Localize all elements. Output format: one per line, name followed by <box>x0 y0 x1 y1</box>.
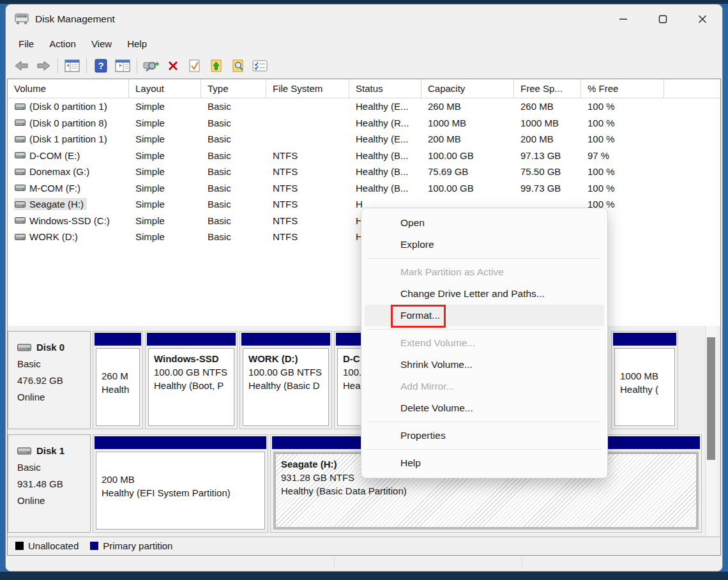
window-left-pane-icon <box>64 59 80 72</box>
maximize-button[interactable] <box>643 4 683 34</box>
partition-color-bar <box>95 436 266 449</box>
context-menu-delete-volume[interactable]: Delete Volume... <box>365 397 604 419</box>
volume-layout: Simple <box>129 215 201 226</box>
vertical-scrollbar[interactable] <box>705 326 717 537</box>
column-header-status[interactable]: Status <box>349 79 421 98</box>
toolbar-find-button[interactable] <box>227 56 249 75</box>
column-header-volume[interactable]: Volume <box>8 79 129 98</box>
context-menu-extend-volume: Extend Volume... <box>365 332 604 354</box>
legend-label: Primary partition <box>103 540 172 551</box>
partition-windows-ssd[interactable]: Windows-SSD 100.00 GB NTFS Healthy (Boot… <box>145 331 238 429</box>
close-button[interactable] <box>683 4 722 34</box>
volume-status: Healthy (E... <box>349 134 421 144</box>
volume-pct-free: 97 % <box>581 150 664 161</box>
partition-efi-260mb[interactable]: 260 M Health <box>93 331 143 429</box>
column-header-type[interactable]: Type <box>201 79 266 98</box>
screenshot-root: Disk Management File Action View Help <box>0 0 728 580</box>
volume-name: WORK (D:) <box>29 231 78 242</box>
partition-status: Healthy ( <box>620 383 669 396</box>
partition-name: WORK (D:) <box>248 352 323 365</box>
toolbar-separator <box>57 58 58 73</box>
window-title: Disk Management <box>35 13 115 25</box>
context-menu-format[interactable]: Format... <box>365 305 604 326</box>
toolbar-properties-button[interactable] <box>249 56 271 75</box>
partition-status: Healthy (Basic D <box>248 379 323 392</box>
drive-icon <box>15 151 26 159</box>
volume-free-space: 1000 MB <box>514 118 581 128</box>
volume-free-space: 99.73 GB <box>514 183 581 194</box>
disk-name: Disk 1 <box>36 443 64 459</box>
volume-free-space: 260 MB <box>514 101 581 112</box>
disk-1-label[interactable]: Disk 1 Basic 931.48 GB Online <box>8 434 91 533</box>
disk-status: Online <box>17 389 90 406</box>
primary-partition-swatch <box>90 542 98 550</box>
minimize-button[interactable] <box>603 4 643 34</box>
volume-layout: Simple <box>129 134 201 144</box>
status-bar <box>6 556 722 571</box>
toolbar-back-button[interactable] <box>11 56 33 75</box>
volume-file-system: NTFS <box>266 183 349 194</box>
partition-name: Windows-SSD <box>154 352 229 365</box>
legend-label: Unallocated <box>28 540 79 551</box>
menu-file[interactable]: File <box>11 36 42 51</box>
table-row[interactable]: (Disk 0 partition 1) Simple Basic Health… <box>8 98 720 115</box>
toolbar-help-button[interactable]: ? <box>90 56 112 75</box>
table-row[interactable]: D-COM (E:) Simple Basic NTFS Healthy (B.… <box>8 148 720 164</box>
toolbar-action-pane-button[interactable] <box>112 56 133 75</box>
column-header-capacity[interactable]: Capacity <box>421 79 514 98</box>
desktop-edge-bottom <box>0 572 728 580</box>
volume-type: Basic <box>201 199 266 210</box>
table-row[interactable]: M-COM (F:) Simple Basic NTFS Healthy (B.… <box>8 180 720 197</box>
volume-status: Healthy (E... <box>349 101 421 112</box>
statusbar-divider <box>522 558 522 569</box>
context-menu-shrink-volume[interactable]: Shrink Volume... <box>365 354 604 376</box>
volume-layout: Simple <box>129 231 201 242</box>
context-menu-help[interactable]: Help <box>365 452 604 474</box>
context-menu-open[interactable]: Open <box>365 212 604 234</box>
toolbar-delete-button[interactable] <box>162 56 184 75</box>
disk-0-label[interactable]: Disk 0 Basic 476.92 GB Online <box>8 331 91 429</box>
volume-free-space: 75.50 GB <box>514 166 581 177</box>
volume-name: D-COM (E:) <box>29 150 80 161</box>
drive-icon <box>15 135 26 143</box>
disk-search-icon <box>143 59 160 72</box>
toolbar-export-button[interactable] <box>206 56 227 75</box>
volume-table-header: Volume Layout Type File System Status Ca… <box>8 79 720 98</box>
scrollbar-thumb[interactable] <box>707 337 715 460</box>
table-row[interactable]: (Disk 0 partition 8) Simple Basic Health… <box>8 115 720 132</box>
toolbar-check-document-button[interactable] <box>184 56 206 75</box>
context-menu-properties[interactable]: Properties <box>365 425 604 446</box>
context-menu-explore[interactable]: Explore <box>365 234 604 256</box>
volume-file-system: NTFS <box>266 215 349 226</box>
menu-help[interactable]: Help <box>119 36 155 51</box>
volume-file-system: NTFS <box>266 150 349 161</box>
partition-work-d[interactable]: WORK (D:) 100.00 GB NTFS Healthy (Basic … <box>239 331 332 429</box>
drive-icon <box>15 168 26 176</box>
toolbar-rescan-button[interactable] <box>140 56 162 75</box>
volume-layout: Simple <box>129 183 201 194</box>
toolbar-forward-button[interactable] <box>33 56 54 75</box>
menu-view[interactable]: View <box>84 36 119 51</box>
menu-action[interactable]: Action <box>42 36 84 51</box>
volume-layout: Simple <box>129 101 201 112</box>
volume-capacity: 100.00 GB <box>421 183 514 194</box>
column-header-pct-free[interactable]: % Free <box>581 79 664 98</box>
maximize-icon <box>658 15 667 24</box>
menu-bar: File Action View Help <box>6 34 722 53</box>
column-header-file-system[interactable]: File System <box>266 79 349 98</box>
partition-recovery-1000mb[interactable]: 1000 MB Healthy ( <box>611 331 678 429</box>
disk-capacity: 931.48 GB <box>17 476 90 492</box>
window-right-pane-icon <box>115 59 130 72</box>
disk-kind: Basic <box>17 356 90 372</box>
table-row[interactable]: (Disk 1 partition 1) Simple Basic Health… <box>8 131 720 148</box>
column-header-layout[interactable]: Layout <box>129 79 201 98</box>
volume-pct-free: 100 % <box>581 183 664 194</box>
volume-file-system: NTFS <box>266 166 349 177</box>
partition-efi-200mb[interactable]: 200 MB Healthy (EFI System Partition) <box>93 434 268 533</box>
column-header-free-space[interactable]: Free Sp... <box>514 79 581 98</box>
table-row[interactable]: Donemax (G:) Simple Basic NTFS Healthy (… <box>8 164 720 180</box>
help-icon: ? <box>95 59 107 73</box>
volume-type: Basic <box>201 101 266 112</box>
toolbar-console-tree-button[interactable] <box>61 56 83 75</box>
context-menu-change-drive-letter[interactable]: Change Drive Letter and Paths... <box>365 283 604 305</box>
